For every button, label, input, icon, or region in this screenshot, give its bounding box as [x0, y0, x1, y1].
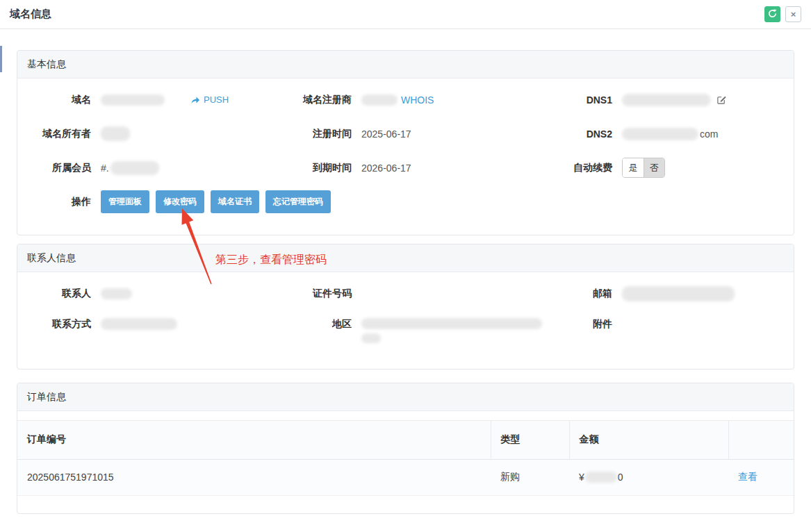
background-accent-strip [0, 46, 2, 72]
attachment-label: 附件 [571, 318, 612, 331]
push-link[interactable]: PUSH [190, 94, 229, 105]
whois-link-label: WHOIS [401, 94, 434, 106]
order-info-panel: 订单信息 订单编号 类型 金额 2025061751971015 新购 [17, 383, 794, 514]
edit-dns-icon[interactable] [716, 94, 727, 105]
expire-time-value: 2026-06-17 [361, 163, 411, 174]
header-actions: × [764, 6, 801, 22]
expire-time-label: 到期时间 [302, 162, 352, 174]
redacted-region-line1 [361, 318, 542, 329]
domain-certificate-button[interactable]: 域名证书 [211, 190, 259, 213]
modal-header: 域名信息 × [0, 0, 811, 29]
redacted-phone-value [101, 318, 177, 330]
amount-currency: ¥ [579, 472, 584, 483]
contact-row-1: 联系人 证件号码 邮箱 [17, 276, 794, 310]
member-label: 所属会员 [17, 162, 91, 174]
basic-info-body: 域名 PUSH 域名注册商 [17, 78, 794, 219]
redacted-dns1-value [622, 94, 711, 106]
order-table: 订单编号 类型 金额 2025061751971015 新购 ¥ 0 [17, 421, 794, 496]
contact-label: 联系人 [17, 288, 91, 300]
basic-row-1: 域名 PUSH 域名注册商 [17, 83, 794, 117]
redacted-dns2-value [622, 128, 698, 140]
close-button[interactable]: × [785, 6, 801, 22]
auto-renew-yes-button[interactable]: 是 [623, 158, 644, 177]
redacted-owner-value [101, 126, 130, 141]
modal-title: 域名信息 [10, 8, 51, 21]
order-no-cell: 2025061751971015 [17, 459, 491, 495]
registrar-label: 域名注册商 [302, 94, 352, 106]
action-column-header [728, 421, 794, 459]
order-toolbar-strip [17, 411, 794, 421]
whois-link[interactable]: WHOIS [401, 94, 434, 106]
auto-renew-toggle: 是 否 [622, 158, 665, 178]
dns1-label: DNS1 [571, 94, 612, 106]
order-amount-cell: ¥ 0 [569, 459, 728, 495]
order-type-cell: 新购 [491, 459, 569, 495]
order-table-row: 2025061751971015 新购 ¥ 0 查看 [17, 459, 794, 495]
domain-info-modal: 域名信息 × 基本信息 域名 [0, 0, 811, 532]
email-label: 邮箱 [571, 288, 612, 300]
redacted-contact-value [101, 288, 132, 299]
dns2-suffix: com [700, 128, 718, 140]
refresh-icon [768, 8, 777, 21]
redacted-email-value [622, 286, 735, 301]
basic-row-3: 所属会员 #. 到期时间 2026-06-17 自动续费 是 否 [17, 151, 794, 185]
type-column-header: 类型 [491, 421, 569, 459]
operation-label: 操作 [17, 196, 91, 208]
order-info-panel-title: 订单信息 [17, 383, 794, 411]
basic-row-2: 域名所有者 注册时间 2025-06-17 DNS2 com [17, 117, 794, 151]
phone-label: 联系方式 [17, 318, 91, 331]
auto-renew-label: 自动续费 [571, 162, 612, 174]
region-label: 地区 [302, 318, 352, 331]
reg-time-value: 2025-06-17 [361, 128, 411, 140]
basic-row-operations: 操作 管理面板 修改密码 域名证书 忘记管理密码 [17, 185, 794, 219]
order-table-header-row: 订单编号 类型 金额 [17, 421, 794, 459]
redacted-registrar-value [361, 94, 398, 106]
domain-label: 域名 [17, 94, 91, 106]
forgot-password-button[interactable]: 忘记管理密码 [265, 190, 331, 213]
push-icon [190, 95, 200, 104]
basic-info-panel-title: 基本信息 [17, 51, 794, 78]
contact-row-2: 联系方式 地区 附件 [17, 310, 794, 355]
amount-column-header: 金额 [569, 421, 728, 459]
basic-info-panel: 基本信息 域名 PUSH [17, 50, 794, 235]
refresh-button[interactable] [764, 6, 780, 22]
redacted-region-line2 [361, 333, 381, 343]
dns2-label: DNS2 [571, 128, 612, 140]
redacted-amount-value [585, 472, 617, 483]
owner-label: 域名所有者 [17, 128, 91, 140]
manage-panel-button[interactable]: 管理面板 [101, 190, 149, 213]
view-order-link[interactable]: 查看 [738, 471, 757, 483]
order-no-column-header: 订单编号 [17, 421, 491, 459]
change-password-button[interactable]: 修改密码 [156, 190, 204, 213]
reg-time-label: 注册时间 [302, 128, 352, 140]
redacted-domain-value [101, 94, 165, 106]
push-link-label: PUSH [204, 94, 229, 105]
member-prefix: #. [101, 163, 109, 174]
redacted-member-value [110, 161, 159, 175]
contact-info-body: 联系人 证件号码 邮箱 联系方式 地区 [17, 272, 794, 355]
contact-info-panel: 联系人信息 联系人 证件号码 邮箱 联系方式 [17, 244, 794, 369]
contact-info-panel-title: 联系人信息 [17, 244, 794, 272]
close-icon: × [791, 10, 796, 19]
amount-suffix: 0 [618, 472, 623, 483]
auto-renew-no-button[interactable]: 否 [644, 158, 664, 177]
id-number-label: 证件号码 [302, 288, 352, 300]
